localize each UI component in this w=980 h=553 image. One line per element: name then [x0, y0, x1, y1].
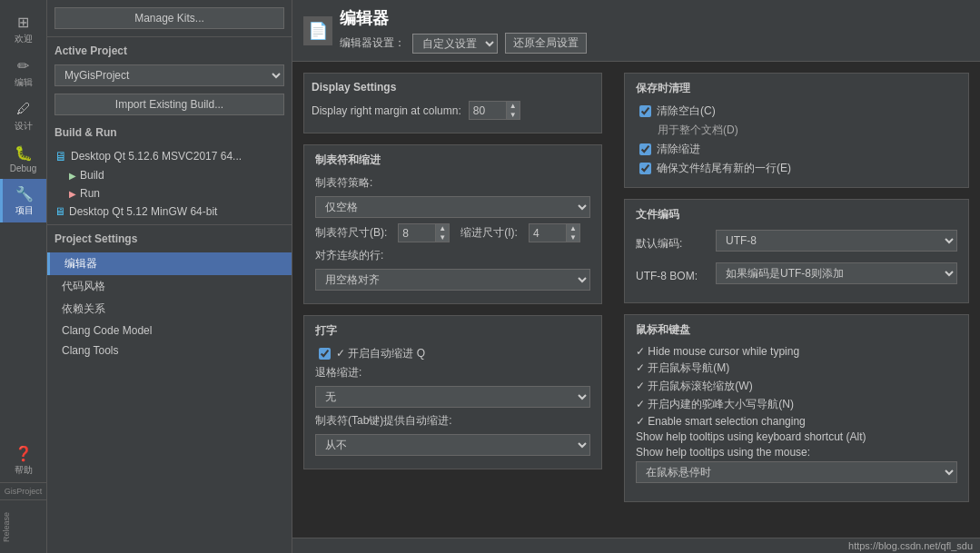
mouse-item: ✓ Hide mouse cursor while typing — [636, 345, 957, 358]
indent-policy-select[interactable]: 仅空格 — [315, 196, 590, 218]
tab-spinbox-up[interactable]: ▲ — [436, 224, 449, 233]
default-encoding-row: 默认编码: UTF-8 — [636, 230, 957, 257]
auto-indent-row: ✓ 开启自动缩进 Q — [315, 346, 590, 361]
debug-icon: 🐛 — [15, 143, 33, 162]
left-panel: Manage Kits... Active Project MyGisProje… — [47, 0, 292, 553]
mouse-keyboard-section: 鼠标和键盘 ✓ Hide mouse cursor while typing✓ … — [624, 314, 969, 502]
sidebar-item-label: 编辑 — [15, 76, 33, 89]
sidebar-item-edit[interactable]: ✏ 编辑 — [0, 51, 46, 94]
design-icon: 🖊 — [15, 100, 33, 118]
kit2-label: Desktop Qt 5.12 MinGW 64-bit — [69, 205, 217, 218]
backspace-row: 退格缩进: — [315, 365, 590, 380]
align-select[interactable]: 用空格对齐 — [315, 269, 590, 291]
tab-spinbox-down[interactable]: ▼ — [436, 233, 449, 242]
spinbox-up[interactable]: ▲ — [507, 102, 520, 111]
mouse-item: Show help tooltips using the mouse: — [636, 446, 957, 459]
content-left-column: Display Settings Display right margin at… — [303, 73, 602, 527]
mouse-items-list: ✓ Hide mouse cursor while typing✓ 开启鼠标导航… — [636, 345, 957, 459]
restore-global-button[interactable]: 还原全局设置 — [505, 33, 587, 54]
editor-controls: 编辑器设置： 自定义设置 还原全局设置 — [340, 33, 587, 54]
clean-whitespace-row: 清除空白(C) — [636, 104, 957, 119]
tooltip-mouse-select[interactable]: 在鼠标悬停时 — [636, 461, 957, 483]
indent-section-title: 制表符和缩进 — [315, 153, 590, 168]
kit-item[interactable]: 🖥 Desktop Qt 5.12.6 MSVC2017 64... — [47, 146, 292, 166]
run-item[interactable]: ▶ Run — [47, 184, 292, 202]
editor-settings-select[interactable]: 自定义设置 — [412, 34, 498, 54]
display-settings-title: Display Settings — [312, 81, 594, 94]
indent-spinbox-up[interactable]: ▲ — [567, 224, 579, 233]
ensure-newline-row: 确保文件结尾有新的一行(E) — [636, 161, 957, 176]
project-settings-label: Project Settings — [47, 225, 292, 249]
sidebar-item-debug[interactable]: 🐛 Debug — [0, 138, 46, 179]
kit2-item[interactable]: 🖥 Desktop Qt 5.12 MinGW 64-bit — [47, 202, 292, 221]
build-label: Build — [80, 169, 104, 182]
project-settings-list: 编辑器 代码风格 依赖关系 Clang Code Model Clang Too… — [47, 249, 292, 364]
kit-label: Desktop Qt 5.12.6 MSVC2017 64... — [71, 150, 242, 163]
tab-size-label: 制表符尺寸(B): — [315, 225, 387, 241]
mouse-keyboard-title: 鼠标和键盘 — [636, 322, 957, 338]
tab-indent-select[interactable]: 从不 — [315, 434, 590, 456]
clean-indent-checkbox[interactable] — [639, 143, 651, 155]
left-panel-top: Manage Kits... — [47, 0, 292, 37]
sidebar-item-welcome[interactable]: ⊞ 欢迎 — [0, 7, 46, 51]
tab-size-input[interactable] — [399, 225, 435, 242]
release-label: Release — [2, 504, 11, 549]
run-label: Run — [80, 187, 100, 200]
typing-section: 打字 ✓ 开启自动缩进 Q 退格缩进: 无 制表符(Tab键)提供自动缩进: 从… — [303, 315, 602, 469]
build-run-section: 🖥 Desktop Qt 5.12.6 MSVC2017 64... ▶ Bui… — [47, 143, 292, 225]
default-encoding-select[interactable]: UTF-8 — [716, 230, 957, 252]
indent-policy-label: 制表符策略: — [315, 175, 372, 191]
main-content: 📄 编辑器 编辑器设置： 自定义设置 还原全局设置 Display Settin… — [292, 0, 980, 553]
sidebar-item-label: 项目 — [15, 204, 34, 217]
settings-item-clang-model[interactable]: Clang Code Model — [47, 321, 292, 341]
build-arrow-icon: ▶ — [69, 171, 76, 181]
spinbox-down[interactable]: ▼ — [507, 111, 520, 120]
display-settings-block: Display Settings Display right margin at… — [303, 73, 602, 133]
tab-size-spinbox[interactable]: ▲ ▼ — [398, 223, 450, 242]
indent-policy-row: 制表符策略: — [315, 175, 590, 191]
tooltip-mouse-row: 在鼠标悬停时 — [636, 461, 957, 489]
manage-kits-button[interactable]: Manage Kits... — [54, 7, 284, 29]
import-existing-build-button[interactable]: Import Existing Build... — [54, 94, 284, 115]
indent-size-spinbox[interactable]: ▲ ▼ — [529, 223, 580, 242]
indent-section: 制表符和缩进 制表符策略: 仅空格 制表符尺寸(B): ▲ ▼ — [303, 144, 602, 304]
display-margin-input[interactable] — [470, 103, 506, 119]
settings-item-editor[interactable]: 编辑器 — [47, 252, 292, 275]
display-margin-spinbox[interactable]: ▲ ▼ — [469, 101, 520, 120]
utf8-bom-row: UTF-8 BOM: 如果编码是UTF-8则添加 — [636, 262, 957, 290]
utf8-bom-select[interactable]: 如果编码是UTF-8则添加 — [716, 262, 957, 284]
status-bar: https://blog.csdn.net/qfl_sdu — [292, 538, 980, 553]
build-item[interactable]: ▶ Build — [47, 166, 292, 184]
file-encoding-section: 文件编码 默认编码: UTF-8 UTF-8 BOM: 如果编码是UTF-8则添… — [624, 199, 969, 303]
project-select[interactable]: MyGisProject — [54, 64, 284, 86]
settings-item-code-style[interactable]: 代码风格 — [47, 275, 292, 298]
sidebar-item-design[interactable]: 🖊 设计 — [0, 94, 46, 138]
display-margin-row: Display right margin at column: ▲ ▼ — [312, 101, 594, 120]
ensure-newline-checkbox[interactable] — [639, 163, 651, 174]
ensure-newline-label: 确保文件结尾有新的一行(E) — [657, 161, 791, 176]
run-arrow-icon: ▶ — [69, 189, 76, 199]
help-icon: ❓ — [15, 444, 33, 462]
mouse-item: ✓ 开启内建的驼峰大小写导航(N) — [636, 397, 957, 412]
tab-indent-row: 制表符(Tab键)提供自动缩进: — [315, 413, 590, 429]
clean-whitespace-checkbox[interactable] — [639, 105, 651, 117]
project-bottom-label: GisProject — [2, 487, 45, 496]
sidebar-icons: ⊞ 欢迎 ✏ 编辑 🖊 设计 🐛 Debug 🔧 项目 ❓ 帮助 GisProj… — [0, 0, 47, 553]
save-clean-section: 保存时清理 清除空白(C) 用于整个文档(D) 清除缩进 确保文件结尾有新的一行… — [624, 73, 969, 188]
auto-indent-label: ✓ 开启自动缩进 Q — [336, 346, 425, 361]
sidebar-item-label: 欢迎 — [15, 33, 33, 45]
url-label: https://blog.csdn.net/qfl_sdu — [848, 540, 973, 551]
indent-size-input[interactable] — [530, 225, 566, 242]
monitor2-icon: 🖥 — [54, 205, 65, 218]
sidebar-item-project[interactable]: 🔧 项目 — [0, 179, 46, 222]
indent-size-label: 缩进尺寸(I): — [460, 225, 518, 241]
sidebar-item-help[interactable]: ❓ 帮助 — [0, 439, 46, 482]
indent-spinbox-down[interactable]: ▼ — [567, 233, 579, 242]
backspace-select[interactable]: 无 — [315, 386, 590, 408]
clean-whitespace-label: 清除空白(C) — [657, 104, 716, 119]
auto-indent-checkbox[interactable] — [319, 348, 331, 360]
settings-item-deps[interactable]: 依赖关系 — [47, 298, 292, 321]
settings-item-clang-tools[interactable]: Clang Tools — [47, 341, 292, 360]
mouse-item: ✓ 开启鼠标滚轮缩放(W) — [636, 379, 957, 394]
backspace-label: 退格缩进: — [315, 365, 361, 380]
